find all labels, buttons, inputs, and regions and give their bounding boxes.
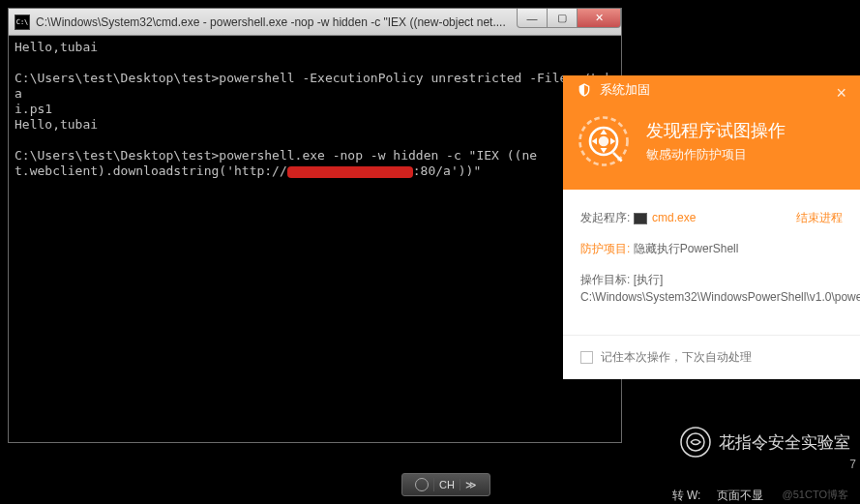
cmd-window: C:\ C:\Windows\System32\cmd.exe - powers… xyxy=(8,8,622,443)
output-line: Hello,tubai xyxy=(15,117,98,132)
initiator-value: cmd.exe xyxy=(652,211,696,224)
gear-alert-icon xyxy=(577,114,631,168)
cmd-app-icon: C:\ xyxy=(15,15,30,30)
protect-label: 防护项目: xyxy=(580,242,630,255)
svg-point-5 xyxy=(687,433,704,451)
protect-row: 防护项目: 隐藏执行PowerShell xyxy=(580,240,843,257)
alert-footer: 记住本次操作，下次自动处理 xyxy=(563,335,860,379)
cmd-titlebar[interactable]: C:\ C:\Windows\System32\cmd.exe - powers… xyxy=(9,9,621,36)
redacted-ip xyxy=(287,166,413,178)
output-line: C:\Users\test\Desktop\test>powershell -E… xyxy=(15,71,612,101)
alert-banner: 发现程序试图操作 敏感动作防护项目 xyxy=(563,104,860,190)
target-label: 操作目标: xyxy=(580,273,630,286)
svg-point-4 xyxy=(681,428,710,457)
target-value: C:\Windows\System32\WindowsPowerShell\v1… xyxy=(580,290,860,304)
initiator-label: 发起程序: xyxy=(580,211,630,224)
target-row: 操作目标: [执行] C:\Windows\System32\WindowsPo… xyxy=(580,271,843,306)
end-process-link[interactable]: 结束进程 xyxy=(796,209,843,226)
initiator-row: 发起程序: cmd.exe 结束进程 xyxy=(580,209,843,226)
close-button[interactable]: ✕ xyxy=(577,9,621,28)
output-line: i.ps1 xyxy=(15,102,52,116)
protect-value: 隐藏执行PowerShell xyxy=(634,242,739,255)
watermark-text: 花指令安全实验室 xyxy=(719,431,850,454)
output-line: C:\Users\test\Desktop\test>powershell.ex… xyxy=(15,148,537,163)
alert-details: 发起程序: cmd.exe 结束进程 防护项目: 隐藏执行PowerShell … xyxy=(563,190,860,335)
alert-close-button[interactable]: × xyxy=(836,83,846,104)
alert-subtitle: 敏感动作防护项目 xyxy=(646,146,786,163)
alert-title: 发现程序试图操作 xyxy=(646,119,786,142)
security-alert-popup: 系统加固 × 发现程序试图操作 敏感动作防护项目 发起程序: cmd.exe 结… xyxy=(563,75,860,379)
target-prefix: [执行] xyxy=(634,273,664,286)
ime-lang-indicator[interactable]: CH xyxy=(434,479,460,490)
output-line: t.webclient).downloadstring('http:// xyxy=(15,163,287,178)
alert-header: 系统加固 × xyxy=(563,75,860,104)
status-text-fragment: 转 W: 页面不显 xyxy=(672,488,763,504)
output-line: :80/a'))" xyxy=(413,163,481,178)
ime-circle-icon[interactable] xyxy=(410,478,434,491)
maximize-button[interactable]: ▢ xyxy=(547,9,578,28)
alert-app-name: 系统加固 xyxy=(600,81,650,99)
alert-heading-group: 发现程序试图操作 敏感动作防护项目 xyxy=(646,119,786,163)
output-line: Hello,tubai xyxy=(15,40,98,54)
watermark: 花指令安全实验室 xyxy=(680,427,850,458)
watermark-icon xyxy=(680,427,711,458)
cmd-title: C:\Windows\System32\cmd.exe - powershell… xyxy=(36,15,518,29)
ime-toolbar[interactable]: CH ≫ xyxy=(401,473,490,496)
terminal-output[interactable]: Hello,tubai C:\Users\test\Desktop\test>p… xyxy=(9,36,621,442)
window-controls: — ▢ ✕ xyxy=(518,9,621,35)
page-number: 7 xyxy=(849,458,856,471)
shield-icon xyxy=(577,81,592,99)
cmd-small-icon xyxy=(634,213,647,224)
svg-point-2 xyxy=(599,136,609,147)
remember-label: 记住本次操作，下次自动处理 xyxy=(601,349,752,366)
watermark-attribution: @51CTO博客 xyxy=(783,488,848,502)
minimize-button[interactable]: — xyxy=(517,9,548,28)
ime-expand-icon[interactable]: ≫ xyxy=(460,479,482,491)
remember-checkbox[interactable] xyxy=(580,351,593,364)
